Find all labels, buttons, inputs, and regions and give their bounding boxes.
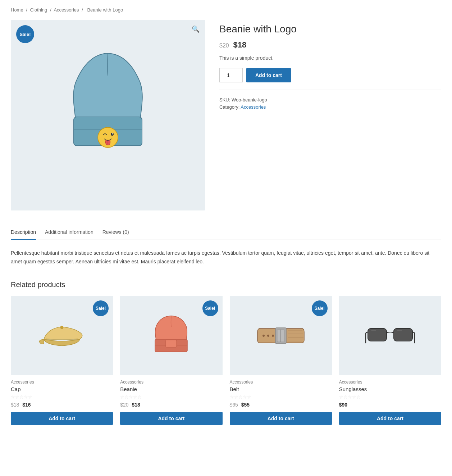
card-image-beanie: Sale! <box>120 296 222 375</box>
product-info: Beanie with Logo $20 $18 This is a simpl… <box>219 20 441 210</box>
belt-image <box>256 314 306 357</box>
svg-rect-9 <box>166 340 177 347</box>
product-card-sunglasses: Accessories Sunglasses ☆☆☆☆☆ $90 Add to … <box>339 296 441 425</box>
product-title: Beanie with Logo <box>219 23 441 35</box>
svg-point-4 <box>112 133 113 135</box>
add-to-cart-beanie-button[interactable]: Add to cart <box>120 412 222 425</box>
card-price-cap: $18 $16 <box>11 402 113 408</box>
card-stars-sunglasses: ☆☆☆☆☆ <box>339 394 441 400</box>
price-old: $20 <box>219 42 229 49</box>
cap-image <box>37 314 87 357</box>
add-to-cart-sunglasses-button[interactable]: Add to cart <box>339 412 441 425</box>
svg-point-13 <box>267 335 269 337</box>
tab-additional-info[interactable]: Additional information <box>45 225 93 240</box>
add-to-cart-belt-button[interactable]: Add to cart <box>230 412 332 425</box>
product-card-cap: Sale! Accessories Cap ☆☆☆☆☆ $18 $16 <box>11 296 113 425</box>
svg-rect-16 <box>368 328 387 341</box>
product-section: Sale! 🔍 <box>11 20 441 210</box>
svg-point-6 <box>60 326 63 329</box>
product-description: This is a simple product. <box>219 55 441 61</box>
card-price-new-belt: $55 <box>241 402 250 408</box>
add-to-cart-section: Add to cart <box>219 68 441 82</box>
card-stars-cap: ☆☆☆☆☆ <box>11 394 113 400</box>
breadcrumb-clothing[interactable]: Clothing <box>30 7 47 13</box>
category-link[interactable]: Accessories <box>241 104 266 110</box>
product-divider <box>219 90 441 90</box>
breadcrumb-accessories[interactable]: Accessories <box>54 7 79 13</box>
card-price-new-cap: $16 <box>22 402 31 408</box>
sku-line: SKU: Woo-beanie-logo <box>219 97 441 103</box>
category-label: Category: <box>219 104 239 110</box>
product-image-wrapper: Sale! 🔍 <box>11 20 205 210</box>
sale-badge-beanie: Sale! <box>202 300 218 316</box>
svg-point-15 <box>272 335 274 337</box>
description-text: Pellentesque habitant morbi tristique se… <box>11 249 441 266</box>
breadcrumb: Home / Clothing / Accessories / Beanie w… <box>11 7 441 13</box>
add-to-cart-cap-button[interactable]: Add to cart <box>11 412 113 425</box>
sunglasses-image <box>365 314 415 357</box>
card-image-sunglasses <box>339 296 441 375</box>
product-image-container: 🔍 <box>11 20 205 210</box>
beanie-pink-image <box>146 314 196 357</box>
add-to-cart-main-button[interactable]: Add to cart <box>246 68 291 82</box>
card-price-sunglasses: $90 <box>339 402 441 408</box>
card-stars-beanie: ☆☆☆☆☆ <box>120 394 222 400</box>
related-section: Related products Sale! Accessories Cap ☆… <box>11 281 441 425</box>
card-price-old-cap: $18 <box>11 402 19 408</box>
card-price-old-belt: $65 <box>230 402 238 408</box>
card-category-cap: Accessories <box>11 380 113 385</box>
breadcrumb-current: Beanie with Logo <box>87 7 123 13</box>
tab-description[interactable]: Description <box>11 225 36 240</box>
card-image-belt: Sale! <box>230 296 332 375</box>
card-category-beanie: Accessories <box>120 380 222 385</box>
product-image <box>54 47 162 183</box>
card-category-sunglasses: Accessories <box>339 380 441 385</box>
card-price-old-beanie: $20 <box>120 402 128 408</box>
price-new: $18 <box>233 40 247 49</box>
card-price-beanie: $20 $18 <box>120 402 222 408</box>
category-line: Category: Accessories <box>219 104 441 110</box>
quantity-input[interactable] <box>219 68 243 82</box>
card-title-sunglasses: Sunglasses <box>339 386 441 392</box>
zoom-icon-button[interactable]: 🔍 <box>192 25 200 33</box>
card-price-new-beanie: $18 <box>132 402 140 408</box>
tab-reviews[interactable]: Reviews (0) <box>102 225 129 240</box>
related-products-grid: Sale! Accessories Cap ☆☆☆☆☆ $18 $16 <box>11 296 441 425</box>
sale-badge-belt: Sale! <box>312 300 328 316</box>
tabs-section: Description Additional information Revie… <box>11 225 441 266</box>
tabs-nav: Description Additional information Revie… <box>11 225 441 240</box>
breadcrumb-home[interactable]: Home <box>11 7 23 13</box>
card-image-cap: Sale! <box>11 296 113 375</box>
card-title-belt: Belt <box>230 386 332 392</box>
product-card-beanie: Sale! Accessories Beanie ☆☆☆☆☆ $20 $18 <box>120 296 222 425</box>
card-stars-belt: ☆☆☆☆☆ <box>230 394 332 400</box>
sale-badge-main: Sale! <box>16 25 34 43</box>
tab-description-content: Pellentesque habitant morbi tristique se… <box>11 249 441 266</box>
sku-value: Woo-beanie-logo <box>232 97 267 103</box>
card-price-new-sunglasses: $90 <box>339 402 347 408</box>
price-wrapper: $20 $18 <box>219 40 441 50</box>
sale-badge-cap: Sale! <box>93 300 109 316</box>
card-title-cap: Cap <box>11 386 113 392</box>
card-title-beanie: Beanie <box>120 386 222 392</box>
svg-rect-17 <box>394 328 412 341</box>
card-price-belt: $65 $55 <box>230 402 332 408</box>
product-meta: SKU: Woo-beanie-logo Category: Accessori… <box>219 97 441 110</box>
product-card-belt: Sale! <box>230 296 332 425</box>
sku-label: SKU: <box>219 97 230 103</box>
related-products-title: Related products <box>11 281 441 289</box>
svg-point-14 <box>262 335 265 337</box>
card-category-belt: Accessories <box>230 380 332 385</box>
